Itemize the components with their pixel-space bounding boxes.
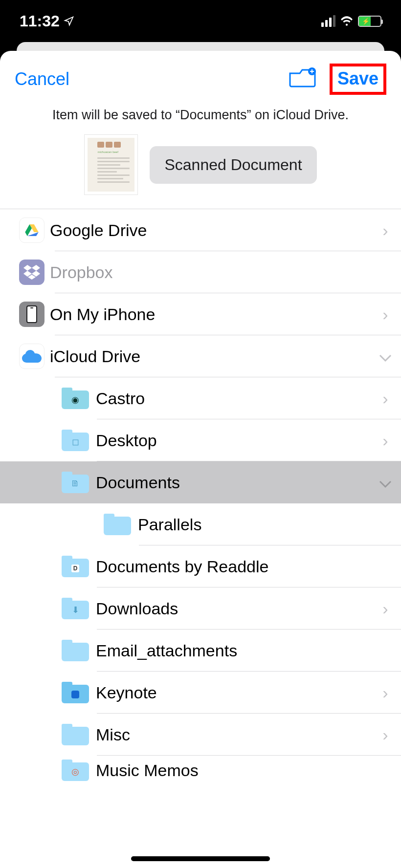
location-label: On My iPhone	[50, 305, 370, 324]
folder-icon: ⬇	[62, 598, 89, 619]
folder-plus-icon	[289, 67, 316, 89]
location-label: iCloud Drive	[50, 347, 370, 366]
chevron-right-icon: ›	[370, 683, 401, 702]
icloud-icon	[19, 344, 45, 369]
new-folder-button[interactable]	[289, 67, 316, 91]
iphone-icon	[19, 302, 45, 327]
folder-label: Email_attachments	[96, 641, 370, 660]
chevron-right-icon: ›	[370, 725, 401, 744]
cancel-button[interactable]: Cancel	[15, 69, 69, 89]
folder-label: Downloads	[96, 599, 370, 618]
folder-icon: ◎	[62, 760, 89, 781]
folder-downloads[interactable]: ⬇ Downloads ›	[0, 587, 401, 629]
svg-marker-4	[23, 265, 32, 271]
folder-parallels[interactable]: Parallels	[0, 503, 401, 545]
dropbox-icon	[19, 260, 45, 285]
chevron-right-icon: ›	[370, 431, 401, 450]
folder-icon	[62, 640, 89, 661]
svg-marker-5	[32, 265, 40, 271]
folder-keynote[interactable]: Keynote ›	[0, 672, 401, 714]
location-dropbox: Dropbox	[0, 251, 401, 293]
status-time: 11:32	[20, 12, 74, 30]
wifi-icon	[340, 16, 353, 26]
folder-icon: D	[62, 556, 89, 577]
save-sheet: Cancel Save Item will be saved to “Docum…	[0, 51, 401, 868]
folder-email-attachments[interactable]: Email_attachments	[0, 629, 401, 672]
location-on-my-iphone[interactable]: On My iPhone ›	[0, 293, 401, 335]
chevron-down-icon	[370, 347, 401, 366]
chevron-right-icon: ›	[370, 221, 401, 240]
location-label: Dropbox	[50, 263, 370, 282]
location-icloud-drive[interactable]: iCloud Drive	[0, 335, 401, 377]
battery-icon: ⚡	[358, 16, 381, 27]
chevron-right-icon: ›	[370, 389, 401, 408]
cellular-signal-icon	[321, 15, 335, 27]
location-arrow-icon	[64, 16, 74, 26]
folder-desktop[interactable]: ◻ Desktop ›	[0, 419, 401, 461]
folder-icon: ◉	[62, 388, 89, 409]
folder-label: Music Memos	[96, 761, 370, 780]
folder-icon: 🗎	[62, 472, 89, 493]
folder-icon	[104, 514, 131, 535]
save-button-highlight: Save	[330, 64, 386, 95]
nav-bar: Cancel Save	[0, 51, 401, 108]
folder-documents-by-readdle[interactable]: D Documents by Readdle	[0, 545, 401, 587]
status-bar: 11:32 ⚡	[0, 0, 401, 42]
folder-label: Documents by Readdle	[96, 557, 370, 576]
status-indicators: ⚡	[321, 15, 381, 27]
charging-bolt-icon: ⚡	[362, 18, 370, 24]
time-label: 11:32	[20, 12, 60, 30]
folder-label: Documents	[96, 473, 370, 492]
folder-label: Keynote	[96, 683, 370, 702]
filename-field[interactable]: Scanned Document	[150, 146, 316, 184]
google-drive-icon	[19, 217, 45, 243]
folder-icon: ◻	[62, 430, 89, 451]
chevron-down-icon	[370, 473, 401, 492]
home-indicator[interactable]	[131, 856, 270, 861]
folder-icon	[62, 682, 89, 703]
locations-list[interactable]: Google Drive › Dropbox On My iPhone ›	[0, 209, 401, 868]
folder-label: Desktop	[96, 431, 370, 450]
folder-label: Castro	[96, 389, 370, 408]
save-button[interactable]: Save	[337, 68, 379, 88]
folder-castro[interactable]: ◉ Castro ›	[0, 377, 401, 419]
preview-row: michoacan beef Scanned Document	[0, 130, 401, 209]
folder-documents[interactable]: 🗎 Documents	[0, 461, 401, 503]
chevron-right-icon: ›	[370, 305, 401, 324]
chevron-right-icon: ›	[370, 599, 401, 618]
folder-icon	[62, 724, 89, 745]
document-thumbnail[interactable]: michoacan beef	[84, 134, 138, 195]
folder-label: Parallels	[138, 515, 370, 534]
folder-music-memos[interactable]: ◎ Music Memos	[0, 756, 401, 785]
destination-label: Item will be saved to “Documents” on iCl…	[0, 108, 401, 130]
location-label: Google Drive	[50, 221, 370, 240]
location-google-drive[interactable]: Google Drive ›	[0, 209, 401, 251]
device-frame: 11:32 ⚡ Cancel Save Item will be saved t…	[0, 0, 401, 868]
folder-label: Misc	[96, 725, 370, 744]
folder-misc[interactable]: Misc ›	[0, 714, 401, 756]
